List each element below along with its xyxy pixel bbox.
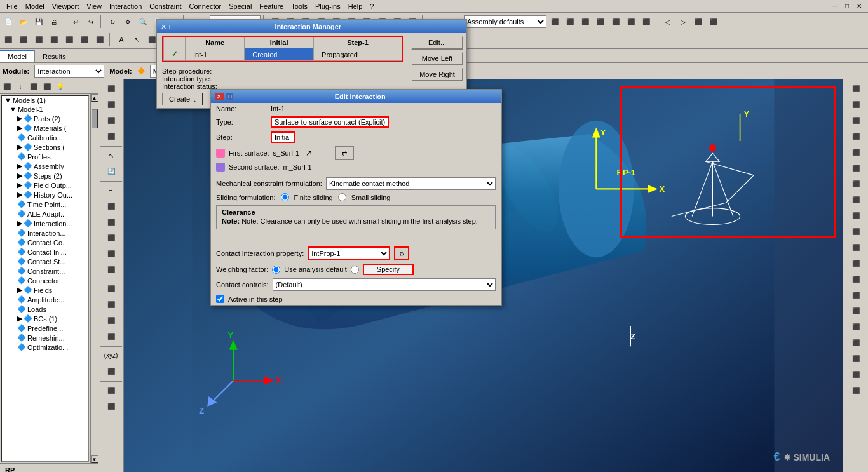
tree-contact-stab[interactable]: 🔷 Contact St... [2,257,88,266]
ei-use-default-radio[interactable] [272,266,280,274]
icon-view15[interactable]: ⬛ [104,313,119,328]
tb-d3[interactable]: ⬛ [691,15,705,29]
tb2-3[interactable]: ⬛ [32,32,46,46]
tb2-8[interactable]: A [114,32,128,46]
menu-tools[interactable]: Tools [287,1,311,11]
icon-view1[interactable]: ⬛ [104,81,119,96]
right-icon-16[interactable]: ⬛ [848,319,864,334]
tree-model1[interactable]: ▼ Model-1 [2,105,88,114]
tree-ale[interactable]: 🔷 ALE Adapt... [2,209,88,219]
tb-save[interactable]: 💾 [32,15,46,29]
tree-models[interactable]: ▼ Models (1) [2,96,88,105]
tree-predefined[interactable]: 🔷 Predefine... [2,323,88,333]
tree-connector[interactable]: 🔷 Connector [2,276,88,285]
tree-materials[interactable]: ▶ 🔷 Materials ( [2,123,88,133]
scrollbar-thumb[interactable] [92,109,98,128]
tree-contact-controls[interactable]: 🔷 Contact Co... [2,238,88,247]
icon-view3[interactable]: ⬛ [104,112,119,128]
tb-c1[interactable]: ⬛ [548,15,562,29]
tree-bcs[interactable]: ▶ 🔷 BCs (1) [2,314,88,323]
icon-view16[interactable]: ⬛ [104,328,119,344]
tb-c5[interactable]: ⬛ [609,15,623,29]
icon-view5[interactable]: ↖ [104,147,119,163]
tb-d1[interactable]: ◁ [661,15,675,29]
im-close-icon[interactable]: ✕ [161,23,166,31]
menu-interaction[interactable]: Interaction [105,1,146,11]
tb-undo[interactable]: ↩ [69,15,83,29]
right-icon-19[interactable]: ⬛ [848,367,864,382]
tb2-9[interactable]: ↖ [130,32,144,46]
ei-active-checkbox[interactable] [216,295,224,303]
left-tb-3[interactable]: ⬛ [27,80,40,93]
icon-view14[interactable]: ⬛ [104,297,119,312]
tree-profiles[interactable]: 🔷 Profiles [2,152,88,161]
tree-field-output[interactable]: ▶ 🔷 Field Outp... [2,180,88,190]
right-icon-13[interactable]: ⬛ [848,271,864,287]
tb-pan[interactable]: ✥ [121,15,135,29]
right-icon-4[interactable]: ⬛ [848,128,864,144]
im-restore-icon[interactable]: □ [169,23,173,30]
icon-view13[interactable]: ⬛ [104,281,119,296]
tree-remeshing[interactable]: 🔷 Remeshin... [2,333,88,342]
left-tb-5[interactable]: 💡 [54,80,67,93]
tab-model[interactable]: Model [0,50,35,62]
window-restore[interactable]: □ [841,1,853,11]
ei-contact-prop-btn[interactable]: ⚙ [394,246,409,260]
icon-view11[interactable]: ⬛ [104,246,119,261]
right-icon-3[interactable]: ⬛ [848,112,864,128]
tb-c2[interactable]: ⬛ [563,15,577,29]
ei-contact-prop-dropdown[interactable]: IntProp-1 [308,246,390,260]
module-dropdown[interactable]: Interaction [34,65,104,78]
window-minimize[interactable]: ─ [829,1,841,11]
tb2-7[interactable]: ⬛ [93,32,107,46]
tree-optimization[interactable]: 🔷 Optimizatio... [2,342,88,352]
icon-view18[interactable]: ⬛ [104,382,119,398]
icon-view12[interactable]: ⬛ [104,262,119,277]
icon-view9[interactable]: ⬛ [104,214,119,229]
menu-file[interactable]: File [3,1,22,11]
tb-new[interactable]: 📄 [1,15,15,29]
ei-close-icon[interactable]: ✕ [215,93,224,100]
tb-redo[interactable]: ↪ [84,15,98,29]
tb-open[interactable]: 📂 [17,15,31,29]
right-icon-6[interactable]: ⬛ [848,160,864,175]
right-icon-20[interactable]: ⬛ [848,382,864,398]
im-row-1[interactable]: ✓ Int-1 Created Propagated [164,48,402,61]
tree-constraints[interactable]: 🔷 Constraint... [2,266,88,276]
menu-help[interactable]: Help [344,1,367,11]
right-icon-7[interactable]: ⬛ [848,176,864,191]
arrow-cursor-icon[interactable]: ↗ [306,149,312,158]
tb-print[interactable]: 🖨 [47,15,61,29]
menu-plugins[interactable]: Plug-ins [311,1,344,11]
right-icon-10[interactable]: ⬛ [848,224,864,239]
menu-model[interactable]: Model [22,1,48,11]
icon-view8[interactable]: ⬛ [104,198,119,213]
ei-specify-radio[interactable] [351,266,359,274]
assembly-defaults-dropdown[interactable]: Assembly defaults [464,15,546,28]
ei-mech-constraint-dropdown[interactable]: Kinematic contact method [326,177,496,190]
move-left-button[interactable]: Move Left [411,51,463,65]
icon-view7[interactable]: + [104,182,119,198]
tree-sections[interactable]: ▶ 🔷 Sections ( [2,142,88,152]
tb2-5[interactable]: ⬛ [62,32,76,46]
menu-constraint[interactable]: Constraint [146,1,185,11]
tree-parts[interactable]: ▶ 🔷 Parts (2) [2,114,88,123]
right-icon-5[interactable]: ⬛ [848,144,864,159]
menu-feature[interactable]: Feature [255,1,287,11]
tb-c6[interactable]: ⬛ [624,15,638,29]
tb-d4[interactable]: ⬛ [707,15,721,29]
tb-c4[interactable]: ⬛ [593,15,607,29]
tb-rotate[interactable]: ↻ [105,15,119,29]
menu-viewport[interactable]: Viewport [48,1,83,11]
window-close[interactable]: ✕ [853,1,865,11]
right-icon-2[interactable]: ⬛ [848,97,864,112]
icon-view19[interactable]: ⬛ [104,398,119,414]
right-icon-12[interactable]: ⬛ [848,255,864,271]
icon-view2[interactable]: ⬛ [104,97,119,112]
icon-view6[interactable]: 🔄 [104,163,119,179]
tb2-4[interactable]: ⬛ [47,32,61,46]
tree-fields[interactable]: ▶ 🔷 Fields [2,285,88,295]
move-right-button[interactable]: Move Right [411,67,463,81]
ei-restore-icon[interactable]: □ [226,93,233,100]
right-icon-8[interactable]: ⬛ [848,192,864,207]
